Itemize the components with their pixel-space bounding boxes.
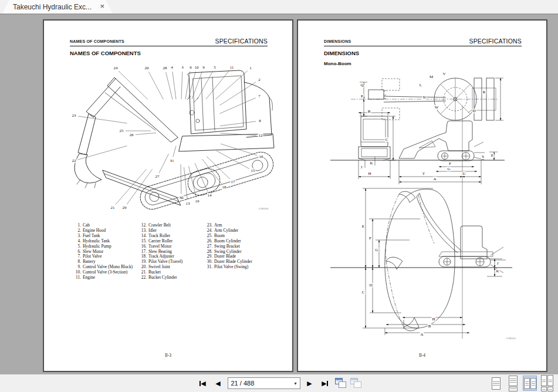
section-title: DIMENSIONS <box>324 50 359 56</box>
section-title: NAMES OF COMPONENTS <box>70 50 141 56</box>
part-item: 6.Slew Motor <box>72 249 133 255</box>
dimension-letter: E <box>361 224 365 229</box>
callout-number: 25 <box>119 129 124 133</box>
previous-view-arrow-icon: ← <box>336 376 342 382</box>
page-number-combobox[interactable]: 21 / 488 ▾ <box>228 377 300 389</box>
single-page-layout-button[interactable] <box>489 376 502 390</box>
part-item: 7.Pilot Valve <box>72 254 133 259</box>
running-header-left: NAMES OF COMPONENTS <box>70 39 124 43</box>
parts-list-column-3: 23.Arm24.Arm Cylinder25.Boom26.Boom Cyli… <box>204 223 252 270</box>
page-number: II-3 <box>44 353 292 358</box>
callout-number: 29 <box>122 205 127 210</box>
dimension-letter: Q <box>360 83 364 87</box>
dimension-letter: C <box>385 137 389 142</box>
pdf-page-left: NAMES OF COMPONENTS SPECIFICATIONS NAMES… <box>43 19 293 372</box>
pdf-page-right: DIMENSIONS SPECIFICATIONS DIMENSIONS Mon… <box>297 19 547 372</box>
page-number: II-4 <box>298 353 546 358</box>
dimension-letter: T <box>422 171 425 176</box>
dimension-letter: K <box>369 161 373 165</box>
callout-number: 16 <box>259 154 264 159</box>
running-header-left: DIMENSIONS <box>324 39 351 43</box>
dimension-letter: K <box>495 269 499 273</box>
dimension-letter: L <box>419 83 422 87</box>
callout-number: 14 <box>207 193 212 198</box>
callout-number: 26 <box>129 133 134 137</box>
next-view-button[interactable]: → <box>350 378 361 388</box>
callout-number: 8 <box>258 119 262 123</box>
dimension-letter: H <box>431 317 435 322</box>
dimension-letter: A <box>420 332 424 337</box>
callout-number: 5 <box>213 65 217 70</box>
part-item: 22.Bucket Cylinder <box>138 275 182 281</box>
two-page-layout-button[interactable] <box>523 376 536 390</box>
tab-bar: Takeuchi Hydraulic Exc... × <box>0 0 558 13</box>
dimension-letter: D <box>368 283 373 288</box>
part-item: 10.Control Valve (3-Section) <box>72 270 133 275</box>
callout-number: 3 <box>181 65 184 70</box>
tab-close-icon[interactable]: × <box>100 2 104 11</box>
callout-number: 10 <box>194 65 199 70</box>
dimension-letter: G <box>374 248 378 252</box>
callout-number: 6 <box>189 65 192 70</box>
document-viewer: NAMES OF COMPONENTS SPECIFICATIONS NAMES… <box>0 13 558 376</box>
callout-number: 11 <box>229 65 235 70</box>
dimension-letter: H <box>367 171 371 176</box>
dimension-letter: F <box>368 236 372 241</box>
subsection-title: Mono-Boom <box>324 61 351 66</box>
last-page-icon: ▶ <box>322 380 326 387</box>
single-page-icon <box>492 377 500 390</box>
page-layout-group <box>489 374 553 392</box>
callout-number: 30 <box>179 195 184 200</box>
dimension-letter: N <box>422 95 426 100</box>
header-rule <box>324 46 522 46</box>
dimensions-top-svg <box>298 70 546 188</box>
callout-number: 28 <box>163 66 168 70</box>
two-page-icon <box>524 378 536 389</box>
tab-title: Takeuchi Hydraulic Exc... <box>2 3 92 11</box>
callout-number: 12 <box>258 133 263 138</box>
callout-number: 21 <box>110 205 116 210</box>
document-tab[interactable]: Takeuchi Hydraulic Exc... × <box>2 0 113 13</box>
callout-number: 2 <box>258 77 261 82</box>
dimension-letter: W <box>434 105 439 110</box>
part-item: 11.Engine <box>72 275 133 281</box>
two-page-continuous-icon <box>541 375 553 391</box>
dimension-letter: A <box>432 177 437 181</box>
dimension-letter: M <box>429 75 434 79</box>
dimension-letter: B <box>428 324 432 329</box>
two-page-continuous-layout-button[interactable] <box>540 376 553 390</box>
last-page-button[interactable]: ▶ <box>319 377 331 389</box>
callout-number: 17 <box>231 180 236 184</box>
dimension-letter: J <box>496 261 499 266</box>
previous-page-button[interactable]: ◀ <box>212 377 224 389</box>
dimension-letter: E <box>491 153 494 158</box>
parts-list-column-1: 1.Cab2.Engine Hood3.Fuel Tank4.Hydraulic… <box>72 223 133 281</box>
first-page-icon: ◀ <box>201 380 205 387</box>
callout-number: 22 <box>72 158 77 163</box>
combobox-caret-icon: ▾ <box>294 381 296 386</box>
dimension-letter: V <box>442 72 446 76</box>
callout-number: 18 <box>222 185 227 190</box>
previous-view-button[interactable]: ← <box>334 378 346 388</box>
working-range-svg <box>298 185 546 349</box>
dimension-letter: D <box>472 109 476 113</box>
continuous-layout-button[interactable] <box>506 376 519 390</box>
dimension-letter: B <box>367 109 371 114</box>
dimension-letter: P <box>360 94 364 99</box>
first-page-button[interactable]: ◀ <box>197 377 209 389</box>
parts-list-column-2: 12.Crawler Belt13.Idler14.Track Roller15… <box>138 223 182 281</box>
next-view-arrow-icon: → <box>354 376 360 382</box>
page-navigation-group: ◀ ◀ 21 / 488 ▾ ▶ ▶ ← → <box>197 374 361 392</box>
viewer-toolbar: ◀ ◀ 21 / 488 ▾ ▶ ▶ ← → <box>0 374 558 392</box>
next-page-button[interactable]: ▶ <box>304 377 316 389</box>
excavator-diagram-svg <box>44 59 292 218</box>
callout-number: 31 <box>170 158 175 163</box>
callout-number: 4 <box>170 65 174 70</box>
figure-code: L9B001 <box>506 337 516 340</box>
figure-code: L9B000 <box>259 207 268 210</box>
part-item: 31.Pilot Valve (Swing) <box>204 265 252 270</box>
callout-number: 19 <box>195 199 200 204</box>
callout-number: 24 <box>113 66 119 70</box>
callout-number: 9 <box>202 65 205 70</box>
part-item: 2.Engine Hood <box>72 228 133 234</box>
